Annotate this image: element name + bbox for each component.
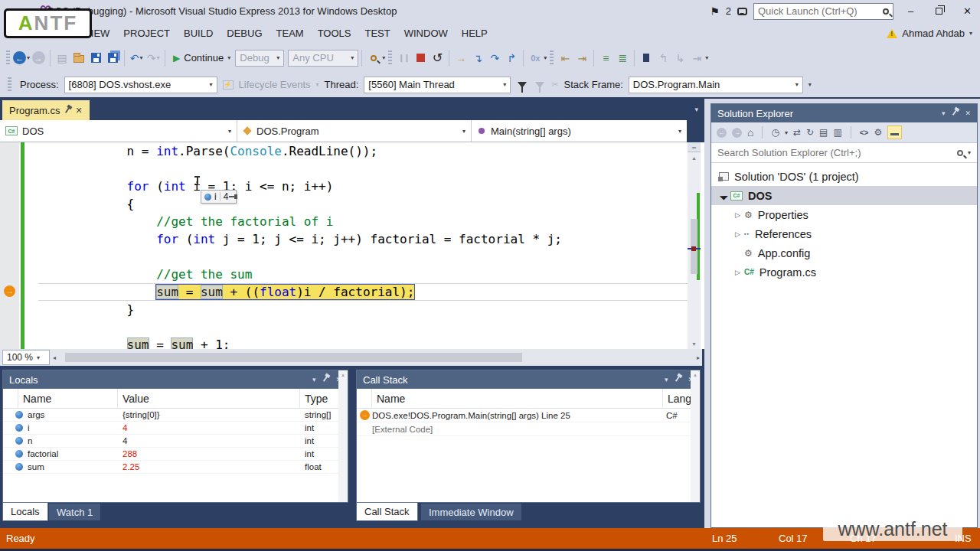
text-editor-toolbar-overflow-button[interactable]: ▾: [705, 54, 708, 61]
tree-item-properties[interactable]: ▷⚙Properties: [711, 205, 977, 224]
debugger-datatip[interactable]: i 4: [201, 190, 237, 204]
open-file-button[interactable]: [70, 48, 87, 68]
member-dropdown[interactable]: Main(string[] args)▾: [472, 120, 687, 142]
locals-title-bar[interactable]: Locals ▾ ✕: [3, 370, 348, 389]
locals-row-i[interactable]: i4int: [3, 422, 348, 435]
code-line[interactable]: {: [38, 195, 689, 213]
solution-platform-combo[interactable]: Any CPU▾: [288, 50, 358, 67]
tab-immediate-window[interactable]: Immediate Window: [421, 504, 521, 520]
tree-item-references[interactable]: ▷▪▪References: [711, 224, 977, 243]
tree-item-program-cs[interactable]: ▷C#Program.cs: [711, 262, 977, 282]
debug-toolbar-overflow-button[interactable]: ▾: [544, 54, 547, 61]
forward-icon[interactable]: →: [732, 128, 742, 138]
tab-watch-1[interactable]: Watch 1: [49, 504, 100, 520]
feedback-icon[interactable]: [737, 8, 747, 15]
increase-indent-button[interactable]: ⇥: [573, 48, 590, 68]
code-line[interactable]: sum = sum + 1;: [38, 336, 689, 349]
refresh-icon[interactable]: ↻: [806, 127, 814, 138]
step-over-button[interactable]: ↷: [486, 48, 503, 68]
solution-explorer-search-box[interactable]: ▾: [711, 143, 977, 163]
home-icon[interactable]: ⌂: [747, 126, 753, 139]
locals-row-factorial[interactable]: factorial288int: [3, 448, 348, 461]
signed-in-user[interactable]: Ahmad Ahdab: [902, 28, 965, 39]
solution-explorer-search-input[interactable]: [717, 147, 952, 158]
tree-item-dos[interactable]: ◢C#DOS: [711, 186, 977, 205]
editor-horizontal-scrollbar[interactable]: 100 %▾ ◂ ▸: [0, 349, 702, 366]
step-out-button[interactable]: ↱: [503, 48, 520, 68]
minimize-button[interactable]: –: [900, 2, 922, 20]
code-line[interactable]: for (int i = 1; i <= n; i++): [38, 178, 689, 195]
callstack-frame-row[interactable]: [External Code]: [357, 422, 700, 436]
datatip-pin-icon[interactable]: [229, 196, 235, 197]
scroll-up-icon[interactable]: ▲: [688, 152, 701, 163]
decrease-indent-button[interactable]: ⇤: [557, 48, 573, 68]
editor-toolbar-grip[interactable]: [550, 51, 554, 66]
search-options-chevron-icon[interactable]: ▾: [968, 149, 971, 156]
stop-debugging-button[interactable]: [412, 48, 429, 68]
quick-launch-box[interactable]: [753, 3, 893, 20]
scroll-right-icon[interactable]: ▸: [697, 354, 700, 361]
locals-row-n[interactable]: n4int: [3, 435, 348, 448]
editor-zoom-combo[interactable]: 100 %▾: [2, 350, 50, 365]
debug-location-overflow-button[interactable]: ▾: [808, 81, 812, 88]
window-position-chevron-icon[interactable]: ▾: [942, 109, 946, 117]
navigate-forward-button[interactable]: →: [30, 48, 47, 68]
code-line[interactable]: [38, 160, 689, 178]
close-panel-icon[interactable]: ✕: [965, 109, 971, 117]
document-list-chevron-icon[interactable]: ▾: [694, 106, 698, 113]
code-line[interactable]: //get the sum: [38, 266, 689, 283]
user-menu-chevron-icon[interactable]: ▾: [969, 30, 972, 37]
window-position-chevron-icon[interactable]: ▾: [312, 376, 316, 383]
previous-bookmark-button[interactable]: ↰: [655, 48, 671, 68]
callstack-frame-row[interactable]: →DOS.exe!DOS.Program.Main(string[] args)…: [357, 409, 700, 422]
flagged-threads-filter-icon[interactable]: [535, 82, 544, 88]
type-dropdown[interactable]: DOS.Program▾: [237, 120, 472, 142]
notifications-flag-icon[interactable]: ⚑: [710, 5, 720, 18]
breakpoint-margin[interactable]: [0, 142, 19, 349]
code-line[interactable]: [38, 318, 689, 336]
process-combo[interactable]: [6808] DOS.vshost.exe▾: [64, 77, 217, 93]
pause-button[interactable]: ❙❙: [395, 48, 412, 68]
continue-button[interactable]: ▶ Continue ▾: [168, 48, 235, 68]
filter-icon[interactable]: [518, 82, 527, 88]
lifecycle-events-button[interactable]: Lifecycle Events: [239, 79, 311, 90]
code-line[interactable]: //get the factorial of i: [38, 213, 689, 230]
suspend-icon[interactable]: ✂: [551, 80, 558, 90]
preview-selected-items-button[interactable]: [887, 126, 902, 139]
project-dropdown[interactable]: C# DOS▾: [0, 120, 237, 142]
split-window-handle[interactable]: ═: [688, 142, 701, 152]
properties-window-icon[interactable]: ▤: [819, 127, 828, 138]
new-file-button[interactable]: ▤: [54, 48, 70, 68]
auto-hide-pin-icon[interactable]: [325, 376, 326, 383]
stack-frame-combo[interactable]: DOS.Program.Main▾: [629, 77, 803, 93]
expander-collapsed-icon[interactable]: ▷: [731, 230, 744, 238]
debug-location-grip[interactable]: [8, 77, 11, 93]
code-line[interactable]: for (int j = 1; j <= i; j++) factorial =…: [38, 230, 689, 248]
code-line[interactable]: }: [38, 301, 689, 318]
view-code-icon[interactable]: <>: [860, 129, 869, 137]
window-position-chevron-icon[interactable]: ▾: [665, 376, 668, 383]
clear-bookmarks-button[interactable]: ⇥: [688, 48, 705, 68]
sync-with-active-document-icon[interactable]: ⇄: [793, 127, 801, 138]
menu-item-help[interactable]: HELP: [455, 23, 495, 44]
expander-expanded-icon[interactable]: ◢: [717, 191, 730, 200]
toolbar-grip[interactable]: [6, 51, 10, 66]
code-editor[interactable]: n = int.Parse(Console.ReadLine()); for (…: [0, 142, 704, 349]
callstack-scrollbar[interactable]: ▲: [691, 370, 700, 502]
tab-call-stack[interactable]: Call Stack: [356, 503, 418, 521]
properties-wrench-icon[interactable]: ⚙: [874, 127, 882, 138]
close-button[interactable]: ✕: [956, 2, 978, 20]
toggle-bookmark-button[interactable]: [638, 48, 655, 68]
restore-button[interactable]: [928, 2, 950, 20]
save-all-button[interactable]: [104, 48, 121, 68]
menu-item-test[interactable]: TEST: [358, 23, 397, 44]
callstack-title-bar[interactable]: Call Stack ▾ ✕: [357, 370, 700, 389]
debug-toolbar-grip[interactable]: [388, 51, 392, 66]
comment-button[interactable]: ≡: [597, 48, 614, 68]
scroll-down-icon[interactable]: ▼: [688, 338, 701, 349]
tab-locals[interactable]: Locals: [2, 503, 48, 521]
save-button[interactable]: [87, 48, 104, 68]
menu-item-tools[interactable]: TOOLS: [311, 23, 358, 44]
close-tab-icon[interactable]: ✕: [75, 106, 82, 116]
menu-item-build[interactable]: BUILD: [177, 23, 220, 44]
